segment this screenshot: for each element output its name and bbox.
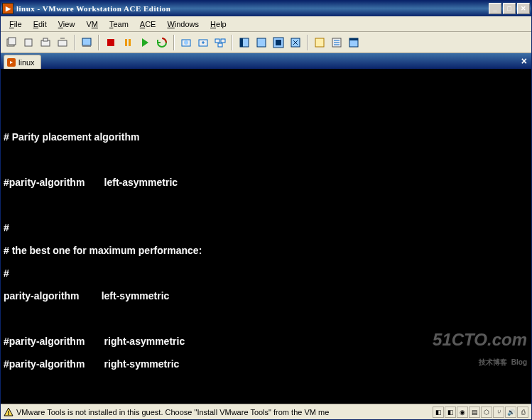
term-line <box>4 313 528 324</box>
tab-linux[interactable]: ▸ linux <box>4 55 41 69</box>
menu-help[interactable]: Help <box>205 18 232 30</box>
stop-button[interactable] <box>103 35 119 50</box>
tray-sound-icon[interactable]: 🔊 <box>505 407 516 418</box>
quickswitch-icon[interactable] <box>346 35 362 50</box>
svg-text:!: ! <box>8 409 10 416</box>
terminal[interactable]: # Parity placement algorithm #parity-alg… <box>1 69 531 404</box>
tool5-icon[interactable] <box>79 35 94 50</box>
tab-bar: ▸ linux × <box>1 53 531 69</box>
svg-point-12 <box>184 40 188 45</box>
tool3-icon[interactable] <box>38 35 53 50</box>
device-tray: ◧ ◧ ◉ ▤ ⬡ ⑂ 🔊 ⎙ <box>433 407 528 418</box>
tray-usb-icon[interactable]: ⑂ <box>493 407 504 418</box>
console-icon[interactable] <box>329 35 344 50</box>
svg-rect-6 <box>82 38 91 45</box>
menu-bar: File Edit View VM Team ACE Windows Help <box>1 16 531 32</box>
view1-icon[interactable] <box>237 35 252 50</box>
term-line: # <box>4 267 528 279</box>
svg-rect-23 <box>315 38 324 47</box>
toolbar <box>1 32 531 53</box>
term-line: # the best one for maximum performance: <box>4 245 528 256</box>
summary-icon[interactable] <box>312 35 327 50</box>
status-bar: ! VMware Tools is not installed in this … <box>1 404 531 419</box>
tray-printer-icon[interactable]: ⎙ <box>517 407 528 418</box>
status-text: VMware Tools is not installed in this gu… <box>16 408 433 416</box>
app-icon: ▶ <box>2 3 13 14</box>
minimize-button[interactable]: _ <box>489 3 501 14</box>
svg-rect-15 <box>221 39 225 43</box>
tab-close-button[interactable]: × <box>521 55 527 67</box>
tray-hdd2-icon[interactable]: ◧ <box>445 407 456 418</box>
svg-rect-14 <box>215 39 219 43</box>
window-title: linux - VMware Workstation ACE Edition <box>16 4 489 13</box>
svg-rect-8 <box>107 39 114 46</box>
play-button[interactable] <box>137 35 153 50</box>
menu-windows[interactable]: Windows <box>161 18 205 30</box>
svg-rect-16 <box>218 43 222 47</box>
term-line: # <box>4 222 528 233</box>
tray-net-icon[interactable]: ⬡ <box>481 407 492 418</box>
menu-ace[interactable]: ACE <box>134 18 162 30</box>
term-line <box>4 154 528 165</box>
svg-rect-26 <box>349 38 358 40</box>
term-line: #parity-algorithm right-asymmetric <box>4 336 528 347</box>
term-line: #parity-algorithm left-asymmetric <box>4 177 528 188</box>
menu-vm[interactable]: VM <box>80 18 104 30</box>
fullscreen-icon[interactable] <box>271 35 286 50</box>
svg-rect-18 <box>240 38 243 47</box>
svg-rect-21 <box>276 40 281 45</box>
term-line <box>4 381 528 392</box>
term-line <box>4 199 528 211</box>
title-bar: ▶ linux - VMware Workstation ACE Edition… <box>1 1 531 16</box>
close-button[interactable]: ✕ <box>517 3 530 14</box>
connect-icon[interactable] <box>21 35 36 50</box>
tray-cd-icon[interactable]: ◉ <box>457 407 468 418</box>
term-line: # Parity placement algorithm <box>4 131 528 143</box>
menu-team[interactable]: Team <box>104 18 134 30</box>
tray-hdd-icon[interactable]: ◧ <box>433 407 444 418</box>
snapshot-icon[interactable] <box>178 35 194 50</box>
svg-rect-1 <box>9 38 16 45</box>
unity-icon[interactable] <box>288 35 303 50</box>
svg-rect-5 <box>58 40 67 46</box>
pause-button[interactable] <box>120 35 136 50</box>
svg-rect-4 <box>43 38 48 41</box>
svg-rect-9 <box>125 39 127 46</box>
view2-icon[interactable] <box>254 35 269 50</box>
tray-floppy-icon[interactable]: ▤ <box>469 407 480 418</box>
tab-vm-icon: ▸ <box>7 58 16 67</box>
tool4-icon[interactable] <box>55 35 70 50</box>
manage-icon[interactable] <box>212 35 228 50</box>
reset-button[interactable] <box>154 35 170 50</box>
menu-view[interactable]: View <box>53 18 81 30</box>
revert-icon[interactable] <box>195 35 211 50</box>
svg-rect-10 <box>129 39 131 46</box>
term-line: parity-algorithm left-symmetric <box>4 290 528 302</box>
maximize-button[interactable]: □ <box>503 3 516 14</box>
poweron-icon[interactable] <box>4 35 19 50</box>
svg-rect-19 <box>257 38 266 47</box>
svg-rect-2 <box>25 39 32 46</box>
svg-rect-7 <box>82 45 91 47</box>
warning-icon: ! <box>4 407 13 417</box>
menu-edit[interactable]: Edit <box>28 18 53 30</box>
tab-label: linux <box>18 58 35 67</box>
menu-file[interactable]: File <box>4 18 28 30</box>
term-line: #parity-algorithm right-symmetric <box>4 358 528 370</box>
